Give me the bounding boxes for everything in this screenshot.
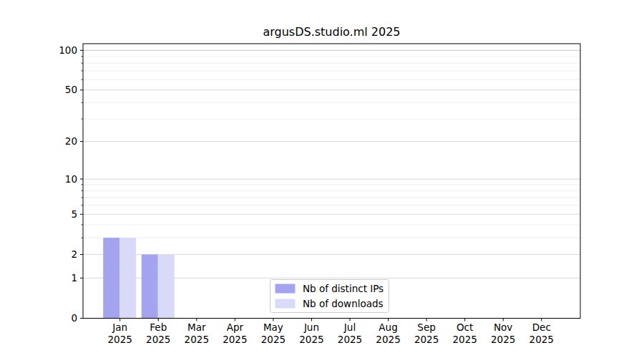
y-tick-label: 2 xyxy=(71,248,77,260)
x-tick-label-month: Nov xyxy=(494,321,512,333)
legend-swatch xyxy=(275,284,296,294)
x-tick-label-month: Jan xyxy=(112,321,127,333)
bar-downloads xyxy=(158,254,175,318)
x-tick-label-year: 2025 xyxy=(452,334,477,345)
y-tick-label: 20 xyxy=(65,135,77,147)
x-tick-label-year: 2025 xyxy=(299,334,323,345)
x-tick-label-month: Apr xyxy=(227,321,244,333)
x-tick-label-year: 2025 xyxy=(146,334,170,345)
x-tick-label-month: Oct xyxy=(457,321,473,333)
x-tick-label-month: Sep xyxy=(417,321,435,333)
legend-label: Nb of downloads xyxy=(303,298,384,309)
x-tick-label-month: Feb xyxy=(150,321,167,333)
y-tick-label: 10 xyxy=(65,173,77,185)
bar-distinct-ips xyxy=(103,238,119,318)
x-tick-label-year: 2025 xyxy=(491,334,515,345)
y-tick-label: 100 xyxy=(59,44,77,56)
x-tick-label-year: 2025 xyxy=(414,334,439,345)
y-tick-label: 0 xyxy=(71,312,77,324)
x-tick-label-month: Aug xyxy=(379,321,397,333)
x-tick-label-year: 2025 xyxy=(376,334,400,345)
x-tick-label-month: Jun xyxy=(303,321,319,333)
x-tick-label-month: Jul xyxy=(343,321,356,333)
x-tick-label-month: Dec xyxy=(532,321,551,333)
bar-downloads xyxy=(119,238,136,318)
x-tick-label-year: 2025 xyxy=(338,334,362,345)
x-tick-label-month: Mar xyxy=(187,321,206,333)
chart-figure: argusDS.studio.ml 2025 0125102050100Jan2… xyxy=(0,0,644,358)
legend-swatch xyxy=(275,299,296,309)
x-tick-label-year: 2025 xyxy=(530,334,554,345)
x-tick-label-year: 2025 xyxy=(108,334,132,345)
legend-label: Nb of distinct IPs xyxy=(303,283,384,294)
bar-chart-canvas: 0125102050100Jan2025Feb2025Mar2025Apr202… xyxy=(0,0,644,358)
y-tick-label: 1 xyxy=(71,272,77,284)
x-tick-label-year: 2025 xyxy=(223,334,247,345)
bar-distinct-ips xyxy=(142,254,158,318)
y-tick-label: 5 xyxy=(71,208,77,220)
x-tick-label-year: 2025 xyxy=(261,334,286,345)
y-tick-label: 50 xyxy=(65,84,77,95)
x-tick-label-year: 2025 xyxy=(185,334,209,345)
x-tick-label-month: May xyxy=(263,321,283,333)
